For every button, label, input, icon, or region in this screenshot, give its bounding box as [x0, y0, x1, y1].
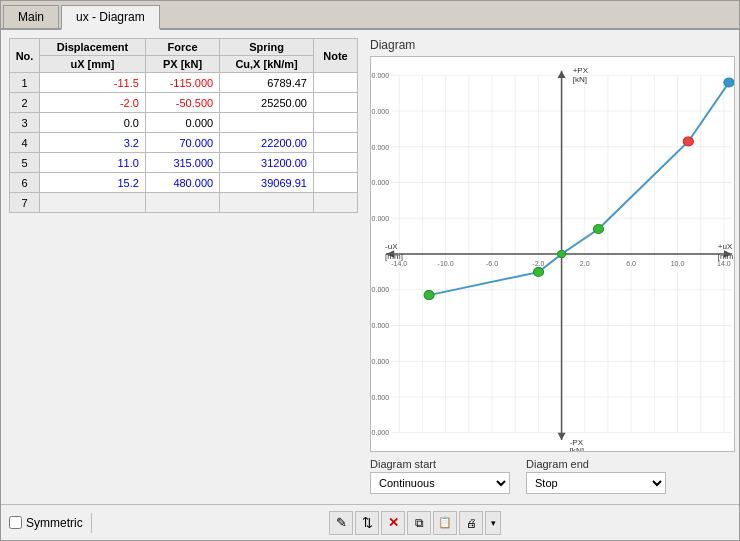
copy-button[interactable]: ⧉ [407, 511, 431, 535]
svg-point-64 [724, 78, 734, 87]
diagram-title: Diagram [370, 38, 735, 52]
table-row[interactable]: 3 0.0 0.000 [10, 113, 358, 133]
cell-note[interactable] [313, 113, 357, 133]
col-header-note: Note [313, 39, 357, 73]
cell-force[interactable]: -50.500 [145, 93, 219, 113]
svg-point-62 [593, 224, 603, 233]
cell-force[interactable]: 70.000 [145, 133, 219, 153]
svg-point-59 [424, 291, 434, 300]
cell-spring[interactable]: 22200.00 [220, 133, 314, 153]
diagram-start-item: Diagram start Continuous [370, 458, 510, 494]
svg-text:[mm]: [mm] [718, 252, 734, 261]
cell-spring[interactable]: 31200.00 [220, 153, 314, 173]
svg-text:400.000: 400.000 [371, 108, 389, 115]
col-header-displacement: Displacement [40, 39, 146, 56]
svg-text:[kN]: [kN] [570, 446, 584, 451]
svg-text:[mm]: [mm] [385, 252, 403, 261]
table-row[interactable]: 7 [10, 193, 358, 213]
diagram-svg: -14.0 -10.0 -6.0 -2.0 2.0 6.0 10.0 14.0 … [371, 57, 734, 451]
symmetric-label: Symmetric [26, 516, 83, 530]
col-header-displacement-unit: uX [mm] [40, 56, 146, 73]
cell-note[interactable] [313, 153, 357, 173]
cell-force[interactable]: 0.000 [145, 113, 219, 133]
cell-note[interactable] [313, 73, 357, 93]
table-row[interactable]: 1 -11.5 -115.000 6789.47 [10, 73, 358, 93]
svg-text:-10.0: -10.0 [438, 260, 454, 267]
svg-text:200.000: 200.000 [371, 180, 389, 187]
table-row[interactable]: 4 3.2 70.000 22200.00 [10, 133, 358, 153]
svg-point-61 [558, 250, 566, 257]
diagram-start-label: Diagram start [370, 458, 510, 470]
svg-text:500.000: 500.000 [371, 72, 389, 79]
cell-note[interactable] [313, 93, 357, 113]
svg-text:6.0: 6.0 [626, 260, 636, 267]
cell-no: 5 [10, 153, 40, 173]
svg-text:-100.000: -100.000 [371, 287, 389, 294]
left-panel: No. Displacement Force Spring Note uX [m… [1, 30, 366, 504]
svg-text:300.000: 300.000 [371, 144, 389, 151]
symmetric-checkbox[interactable] [9, 516, 22, 529]
paste-icon: 📋 [438, 516, 452, 529]
table-row[interactable]: 2 -2.0 -50.500 25250.00 [10, 93, 358, 113]
delete-icon: ✕ [388, 515, 399, 530]
cell-disp[interactable] [40, 193, 146, 213]
cell-disp[interactable]: -2.0 [40, 93, 146, 113]
cell-force[interactable]: 315.000 [145, 153, 219, 173]
cell-note[interactable] [313, 133, 357, 153]
dropdown-button[interactable]: ▾ [485, 511, 501, 535]
svg-text:-6.0: -6.0 [486, 260, 498, 267]
cell-no: 2 [10, 93, 40, 113]
cell-spring[interactable]: 39069.91 [220, 173, 314, 193]
cell-force[interactable] [145, 193, 219, 213]
cell-no: 4 [10, 133, 40, 153]
cell-force[interactable]: -115.000 [145, 73, 219, 93]
svg-point-63 [683, 137, 693, 146]
table-row[interactable]: 5 11.0 315.000 31200.00 [10, 153, 358, 173]
diagram-end-select[interactable]: Stop [526, 472, 666, 494]
svg-text:14.0: 14.0 [717, 260, 731, 267]
cell-no: 3 [10, 113, 40, 133]
bottom-toolbar: Symmetric ✎ ⇅ ✕ ⧉ 📋 🖨 ▾ [1, 504, 739, 540]
paste-button[interactable]: 📋 [433, 511, 457, 535]
diagram-start-select[interactable]: Continuous [370, 472, 510, 494]
diagram-end-label: Diagram end [526, 458, 666, 470]
print-button[interactable]: 🖨 [459, 511, 483, 535]
col-header-force: Force [145, 39, 219, 56]
cell-spring[interactable]: 25250.00 [220, 93, 314, 113]
svg-text:-500.000: -500.000 [371, 430, 389, 437]
diagram-end-item: Diagram end Stop [526, 458, 666, 494]
cell-spring[interactable] [220, 113, 314, 133]
cell-note[interactable] [313, 193, 357, 213]
svg-point-60 [533, 267, 543, 276]
cell-disp[interactable]: 0.0 [40, 113, 146, 133]
toolbar-separator [91, 513, 92, 533]
chevron-down-icon: ▾ [491, 518, 496, 528]
cell-no: 6 [10, 173, 40, 193]
svg-text:-200.000: -200.000 [371, 323, 389, 330]
tab-bar: Main ux - Diagram [1, 1, 739, 30]
cell-disp[interactable]: 3.2 [40, 133, 146, 153]
cell-force[interactable]: 480.000 [145, 173, 219, 193]
cell-disp[interactable]: 15.2 [40, 173, 146, 193]
cell-note[interactable] [313, 173, 357, 193]
svg-text:-400.000: -400.000 [371, 394, 389, 401]
sort-button[interactable]: ⇅ [355, 511, 379, 535]
data-table: No. Displacement Force Spring Note uX [m… [9, 38, 358, 213]
cell-disp[interactable]: -11.5 [40, 73, 146, 93]
right-panel: Diagram [366, 30, 739, 504]
cell-disp[interactable]: 11.0 [40, 153, 146, 173]
table-row[interactable]: 6 15.2 480.000 39069.91 [10, 173, 358, 193]
toolbar-buttons: ✎ ⇅ ✕ ⧉ 📋 🖨 ▾ [100, 511, 731, 535]
tab-ux-diagram[interactable]: ux - Diagram [61, 5, 160, 30]
col-header-no: No. [10, 39, 40, 73]
edit-button[interactable]: ✎ [329, 511, 353, 535]
diagram-area: -14.0 -10.0 -6.0 -2.0 2.0 6.0 10.0 14.0 … [370, 56, 735, 452]
delete-button[interactable]: ✕ [381, 511, 405, 535]
edit-icon: ✎ [336, 515, 347, 530]
cell-spring[interactable]: 6789.47 [220, 73, 314, 93]
svg-text:2.0: 2.0 [580, 260, 590, 267]
col-header-spring: Spring [220, 39, 314, 56]
symmetric-checkbox-group: Symmetric [9, 516, 83, 530]
tab-main[interactable]: Main [3, 5, 59, 28]
cell-spring[interactable] [220, 193, 314, 213]
